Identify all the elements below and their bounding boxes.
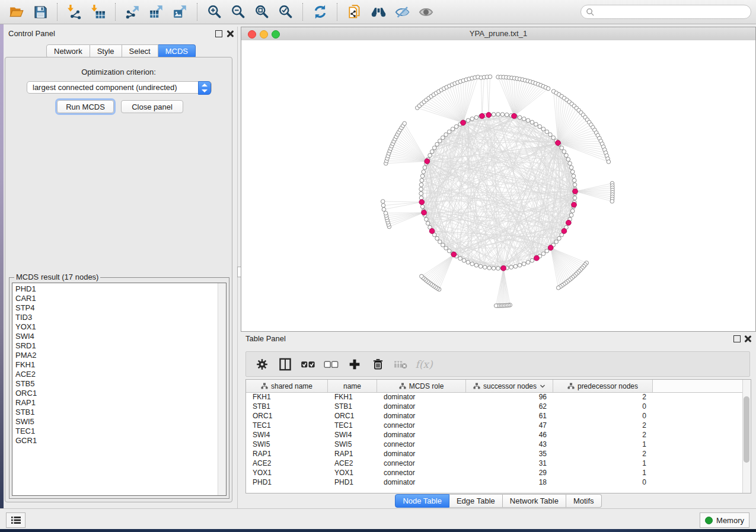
table-cell: dominator bbox=[377, 449, 466, 459]
tab-style[interactable]: Style bbox=[90, 44, 122, 58]
mcds-result-item[interactable]: CAR1 bbox=[15, 294, 226, 303]
table-cell: SWI4 bbox=[246, 430, 328, 440]
table-row[interactable]: FKH1FKH1dominator962 bbox=[246, 392, 743, 402]
create-column-plus-icon[interactable] bbox=[347, 357, 362, 372]
table-cell: 0 bbox=[553, 477, 653, 487]
tab-mcds[interactable]: MCDS bbox=[158, 44, 196, 58]
criterion-select[interactable]: largest connected component (undirected) bbox=[27, 81, 212, 94]
search-icon bbox=[586, 8, 595, 17]
desktop-wallpaper-bottom bbox=[0, 529, 756, 532]
task-history-button[interactable] bbox=[6, 512, 25, 528]
table-cell: YOX1 bbox=[328, 468, 377, 477]
table-row[interactable]: SWI4SWI4dominator462 bbox=[246, 430, 743, 440]
save-session-icon[interactable] bbox=[31, 2, 49, 21]
mcds-result-item[interactable]: PHD1 bbox=[15, 284, 226, 294]
table-cell: dominator bbox=[377, 402, 466, 411]
show-columns-icon[interactable] bbox=[277, 357, 293, 372]
tab-select[interactable]: Select bbox=[122, 44, 158, 58]
close-table-panel-icon[interactable] bbox=[744, 335, 751, 342]
table-cell: dominator bbox=[377, 430, 466, 440]
import-network-icon[interactable] bbox=[66, 2, 84, 21]
mcds-result-item[interactable]: ACE2 bbox=[15, 370, 226, 379]
table-cell: connector bbox=[377, 421, 466, 430]
mcds-result-item[interactable]: PMA2 bbox=[15, 351, 226, 360]
export-image-icon[interactable] bbox=[171, 2, 189, 21]
table-cell: TEC1 bbox=[246, 421, 328, 430]
float-table-panel-icon[interactable] bbox=[733, 335, 741, 342]
column-header-successor-nodes[interactable]: successor nodes bbox=[466, 380, 553, 392]
table-row[interactable]: YOX1YOX1connector291 bbox=[246, 468, 743, 477]
search-input[interactable] bbox=[595, 7, 739, 17]
table-cell: 29 bbox=[466, 468, 553, 477]
export-table-icon[interactable] bbox=[148, 2, 165, 21]
mcds-result-item[interactable]: FKH1 bbox=[15, 360, 226, 370]
close-panel-button[interactable]: Close panel bbox=[121, 100, 183, 113]
network-canvas[interactable] bbox=[241, 40, 755, 331]
mcds-result-list[interactable]: PHD1CAR1STP4TID3YOX1SWI4SRD1PMA2FKH1ACE2… bbox=[12, 283, 227, 496]
tab-edge-table[interactable]: Edge Table bbox=[449, 494, 503, 508]
table-row[interactable]: STB1STB1dominator620 bbox=[246, 402, 743, 411]
zoom-in-icon[interactable] bbox=[206, 2, 224, 21]
float-panel-icon[interactable] bbox=[215, 30, 222, 37]
table-cell: 96 bbox=[466, 392, 553, 402]
run-mcds-button[interactable]: Run MCDS bbox=[57, 100, 114, 113]
mcds-result-item[interactable]: STB1 bbox=[15, 408, 226, 417]
export-network-icon[interactable] bbox=[124, 2, 142, 21]
import-table-icon[interactable] bbox=[90, 2, 107, 21]
mcds-result-item[interactable]: SWI5 bbox=[15, 417, 226, 427]
column-header-shared-name[interactable]: shared name bbox=[246, 380, 328, 392]
search-field[interactable] bbox=[580, 5, 751, 19]
tab-network-table[interactable]: Network Table bbox=[503, 494, 566, 508]
table-row[interactable]: ORC1ORC1dominator610 bbox=[246, 411, 743, 421]
tab-network[interactable]: Network bbox=[46, 44, 90, 58]
table-row[interactable]: SWI5SWI5connector431 bbox=[246, 440, 743, 449]
hide-panels-icon[interactable] bbox=[393, 2, 411, 21]
sort-desc-icon[interactable] bbox=[540, 384, 546, 388]
column-header-predecessor-nodes[interactable]: predecessor nodes bbox=[553, 380, 653, 392]
tab-motifs[interactable]: Motifs bbox=[566, 494, 602, 508]
mcds-result-item[interactable]: YOX1 bbox=[15, 322, 226, 332]
mcds-result-item[interactable]: ORC1 bbox=[15, 389, 226, 398]
table-row[interactable]: ACE2ACE2connector311 bbox=[246, 459, 743, 468]
column-header-name[interactable]: name bbox=[328, 380, 377, 392]
mcds-result-item[interactable]: STP4 bbox=[15, 303, 226, 313]
table-scrollbar-thumb[interactable] bbox=[744, 396, 749, 463]
mcds-result-item[interactable]: SWI4 bbox=[15, 332, 226, 341]
delete-column-trash-icon[interactable] bbox=[370, 357, 385, 372]
result-scrollbar[interactable] bbox=[218, 283, 226, 495]
find-network-icon[interactable] bbox=[369, 2, 387, 21]
select-all-icon[interactable] bbox=[301, 357, 316, 372]
table-panel: Table Panel f(x) bbox=[241, 332, 756, 508]
table-cell: 1 bbox=[553, 468, 653, 477]
clone-network-icon[interactable] bbox=[346, 2, 363, 21]
memory-button[interactable]: Memory bbox=[700, 512, 749, 528]
table-row[interactable]: RAP1RAP1dominator352 bbox=[246, 449, 743, 459]
open-session-icon[interactable] bbox=[8, 2, 25, 21]
table-cell: TEC1 bbox=[328, 421, 377, 430]
refresh-view-icon[interactable] bbox=[311, 2, 329, 21]
table-cell: dominator bbox=[377, 477, 466, 487]
table-settings-gear-icon[interactable] bbox=[254, 357, 270, 372]
deselect-all-icon[interactable] bbox=[324, 357, 339, 372]
mcds-result-item[interactable]: SRD1 bbox=[15, 341, 226, 351]
network-window-titlebar[interactable]: YPA_prune.txt_1 bbox=[241, 27, 755, 41]
zoom-out-icon[interactable] bbox=[229, 2, 247, 21]
toolbar-separator bbox=[337, 3, 338, 21]
table-row[interactable]: PHD1PHD1dominator180 bbox=[246, 477, 743, 487]
table-cell: FKH1 bbox=[328, 392, 377, 402]
tree-column-icon bbox=[399, 383, 406, 389]
mcds-result-item[interactable]: TEC1 bbox=[15, 427, 226, 436]
zoom-fit-icon[interactable] bbox=[253, 2, 271, 21]
mcds-result-item[interactable]: STB5 bbox=[15, 379, 226, 389]
show-panels-icon[interactable] bbox=[417, 2, 435, 21]
zoom-selected-icon[interactable] bbox=[277, 2, 295, 21]
mcds-result-item[interactable]: TID3 bbox=[15, 313, 226, 322]
table-cell: 0 bbox=[553, 402, 653, 411]
table-scrollbar[interactable] bbox=[742, 380, 751, 493]
tab-node-table[interactable]: Node Table bbox=[395, 494, 449, 508]
mcds-result-item[interactable]: RAP1 bbox=[15, 398, 226, 408]
mcds-result-item[interactable]: GCR1 bbox=[15, 436, 226, 446]
close-panel-icon[interactable] bbox=[227, 30, 234, 37]
column-header-MCDS-role[interactable]: MCDS role bbox=[377, 380, 466, 392]
table-row[interactable]: TEC1TEC1connector472 bbox=[246, 421, 743, 430]
